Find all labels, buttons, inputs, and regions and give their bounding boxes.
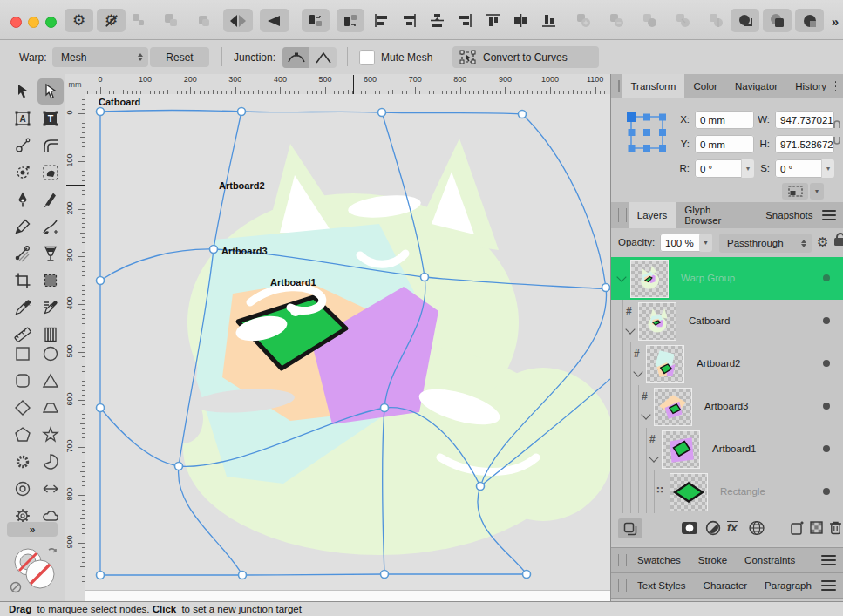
mesh-node[interactable]: [210, 246, 218, 254]
tab-glyph-browser[interactable]: Glyph Browser: [676, 202, 757, 228]
rotation-field[interactable]: 0 °▾: [695, 159, 754, 178]
insert-behind-button[interactable]: [763, 9, 792, 32]
add-layer-icon[interactable]: [790, 520, 806, 536]
align-right-icon[interactable]: [455, 10, 474, 30]
h-ruler[interactable]: 010020030040050060070080090010001100: [85, 74, 610, 95]
tab-transform[interactable]: Transform: [622, 74, 684, 98]
align-middle-icon[interactable]: [511, 10, 530, 30]
convert-to-curves-button[interactable]: Convert to Curves: [452, 46, 599, 68]
canvas-viewport[interactable]: Catboard Artboard2 Artboard3 Artboard1: [85, 94, 610, 590]
toggle-ui-button[interactable]: ⚙: [97, 9, 126, 32]
rectangle-tool[interactable]: [10, 341, 36, 367]
mesh-node[interactable]: [97, 277, 105, 285]
corner-tool[interactable]: [37, 132, 64, 159]
mesh-node[interactable]: [175, 463, 183, 470]
mesh-node[interactable]: [421, 274, 429, 281]
layer-row-rectangle[interactable]: ∷ Rectangle: [611, 470, 843, 514]
swap-colours-icon[interactable]: [49, 549, 56, 552]
align-center-vertical-icon[interactable]: [427, 10, 446, 30]
panel-menu-icon[interactable]: [821, 578, 836, 593]
layer-thumbnail[interactable]: [646, 345, 684, 383]
mesh-node[interactable]: [378, 109, 386, 117]
opacity-dropdown[interactable]: ▾: [699, 234, 712, 252]
mesh-node[interactable]: [477, 483, 485, 491]
tab-layers[interactable]: Layers: [629, 202, 676, 228]
mesh-node[interactable]: [97, 108, 105, 116]
pen-tool[interactable]: [10, 186, 36, 213]
edit-all-layers-button[interactable]: [618, 518, 642, 538]
insert-on-top-button[interactable]: [795, 9, 824, 32]
panel-drag-handle[interactable]: [618, 80, 620, 92]
link-dimensions-icon[interactable]: [832, 118, 842, 147]
layer-visibility-dot[interactable]: [823, 403, 830, 410]
move-forward-button[interactable]: [302, 9, 330, 32]
panel-drag-handle[interactable]: [618, 554, 627, 566]
live-mesh-icon[interactable]: [748, 520, 765, 536]
transform-point-tool[interactable]: [10, 159, 36, 186]
layer-visibility-dot[interactable]: [823, 317, 830, 324]
preferences-button[interactable]: ⚙: [65, 9, 93, 32]
add-pixel-layer-icon[interactable]: [810, 521, 823, 534]
blend-options-gear-icon[interactable]: ⚙: [817, 234, 828, 250]
chevron-down-icon[interactable]: [649, 452, 658, 462]
tab-history[interactable]: History: [786, 74, 835, 98]
artboard-label-artboard1[interactable]: Artboard1: [270, 277, 316, 288]
rounded-rectangle-tool[interactable]: [10, 368, 36, 394]
panel-drag-handle[interactable]: [618, 208, 627, 222]
artboard-label-catboard[interactable]: Catboard: [99, 97, 140, 107]
layer-visibility-dot[interactable]: [823, 445, 830, 452]
node-tool[interactable]: [37, 78, 64, 105]
ruler-unit[interactable]: mm: [65, 74, 85, 95]
artboard-label-artboard2[interactable]: Artboard2: [219, 180, 265, 191]
mesh-node[interactable]: [238, 108, 246, 116]
layer-row-warp-group[interactable]: Warp Group: [611, 257, 843, 301]
burst-tool[interactable]: [10, 449, 36, 475]
w-field[interactable]: 947.737021: [775, 111, 834, 129]
star-tool[interactable]: [37, 422, 64, 448]
mesh-node[interactable]: [381, 404, 389, 412]
no-colour-icon[interactable]: [11, 583, 21, 592]
chevron-down-icon[interactable]: ▾: [741, 159, 754, 178]
tab-stroke[interactable]: Stroke: [690, 548, 736, 572]
tab-color[interactable]: Color: [684, 74, 725, 98]
chevron-down-icon[interactable]: [616, 272, 626, 281]
tab-navigator[interactable]: Navigator: [726, 74, 786, 98]
adjustment-layer-icon[interactable]: [705, 520, 721, 536]
minimize-window-button[interactable]: [28, 17, 39, 28]
opacity-field[interactable]: 100 %: [660, 234, 702, 252]
chevron-down-icon[interactable]: [641, 410, 650, 419]
double-arrow-tool[interactable]: [37, 476, 64, 502]
layer-thumbnail[interactable]: [670, 473, 708, 511]
sharp-junction-button[interactable]: [309, 47, 337, 68]
x-field[interactable]: 0 mm: [695, 111, 754, 129]
fill-colour-swatch[interactable]: [26, 560, 54, 588]
vector-brush-tool[interactable]: [37, 213, 64, 240]
mesh-node[interactable]: [97, 572, 105, 579]
layer-thumbnail[interactable]: [630, 260, 669, 298]
align-bottom-icon[interactable]: [539, 10, 558, 30]
layer-thumbnail[interactable]: [662, 430, 700, 469]
reset-button[interactable]: Reset: [150, 47, 209, 67]
ellipse-tool[interactable]: [37, 341, 64, 367]
mesh-node[interactable]: [381, 571, 389, 579]
y-field[interactable]: 0 mm: [695, 135, 754, 153]
pentagon-tool[interactable]: [10, 422, 36, 448]
tab-constraints[interactable]: Constraints: [736, 548, 804, 572]
shear-field[interactable]: 0 °▾: [775, 159, 834, 178]
donut-tool[interactable]: [10, 476, 36, 502]
move-tool[interactable]: [10, 78, 36, 105]
selection-brush-tool[interactable]: [37, 159, 64, 186]
layer-thumbnail[interactable]: [638, 302, 676, 341]
mesh-node[interactable]: [523, 571, 531, 579]
triangle-tool[interactable]: [37, 368, 64, 394]
insert-inside-button[interactable]: [731, 9, 759, 32]
layer-row-catboard[interactable]: # Catboard: [611, 300, 843, 343]
move-backward-button[interactable]: [337, 9, 364, 32]
transform-origin-dropdown[interactable]: ▾: [810, 183, 824, 200]
h-field[interactable]: 971.528672: [775, 135, 834, 153]
diamond-tool[interactable]: [10, 395, 36, 421]
flip-vertical-button[interactable]: [260, 9, 289, 32]
panel-menu-icon[interactable]: [822, 207, 836, 223]
close-window-button[interactable]: [10, 17, 22, 28]
layer-row-artboard1[interactable]: # Artboard1: [611, 428, 843, 471]
